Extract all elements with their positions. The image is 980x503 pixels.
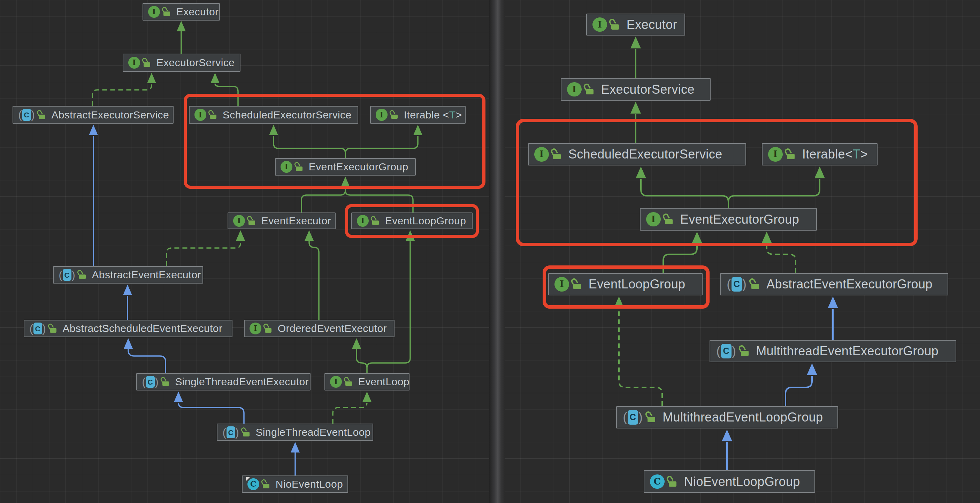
public-lock-icon [611,19,620,30]
node-label: Iterable [404,109,443,121]
public-lock-icon [296,163,303,171]
public-lock-icon [573,279,582,289]
node-iterable-left[interactable]: IIterable <T> [370,106,466,124]
edge-eventexecutor-and-eventloopgroup-to-eventexecutorgroup-left-arrowhead [341,177,350,187]
edge-eventexecutorgroup-to-scheduledexecutorservice-and-iterable-right-arrowhead [815,167,825,178]
edge-multithreadeventloopgroup-to-multithreadeventexecutorgroup-right-arrowhead [807,363,817,375]
public-lock-icon [786,149,795,160]
node-label: AbstractScheduledEventExecutor [62,322,222,335]
node-abstractscheduledeventexecutor-left[interactable]: (C)AbstractScheduledEventExecutor [24,320,232,337]
node-scheduledexecutorservice-left[interactable]: IScheduledExecutorService [189,106,358,124]
public-lock-icon [372,217,380,225]
node-label: SingleThreadEventLoop [255,426,371,438]
public-lock-icon [585,84,594,94]
public-lock-icon [740,346,749,356]
edge-abstracteventexecutor-implements-eventexecutor-left-arrowhead [236,230,245,241]
node-label: NioEventLoop [276,478,343,490]
edge-eventloopgroup-to-eventexecutorgroup-right-arrowhead [692,232,702,243]
node-label: EventExecutor [261,215,331,227]
interface-icon: I [534,147,549,162]
abstract-class-icon: (C) [716,344,737,358]
edge-abstracteventexecutorgroup-implements-eventexecutorgroup-right [767,244,795,273]
edge-abstractexecutorservice-implements-executorservice-left-arrowhead [147,73,156,83]
node-singlethreadeventloop-left[interactable]: (C)SingleThreadEventLoop [217,424,373,441]
node-eventloopgroup-left[interactable]: IEventLoopGroup [351,213,473,229]
class-icon: C [247,478,259,490]
edge-eventexecutorgroup-to-scheduledexecutorservice-and-iterable-left-arrowhead [413,125,422,135]
node-abstracteventexecutorgroup-right[interactable]: (C)AbstractEventExecutorGroup [720,273,948,295]
interface-icon: I [376,109,388,121]
node-multithreadeventloopgroup-right[interactable]: (C)MultithreadEventLoopGroup [616,406,838,428]
public-lock-icon [750,279,759,289]
node-executorservice-right[interactable]: IExecutorService [561,78,711,101]
interface-icon: I [148,6,160,18]
edge-abstracteventexecutorgroup-implements-eventexecutorgroup-right-arrowhead [762,232,772,243]
node-label: EventLoop [358,376,409,388]
node-scheduledexecutorservice-right[interactable]: IScheduledExecutorService [528,143,746,165]
node-nioeventloop-left[interactable]: CNioEventLoop [242,476,348,493]
node-eventexecutor-left[interactable]: IEventExecutor [228,213,336,229]
edge-abstracteventexecutor-implements-eventexecutor-left [167,241,240,266]
edge-abstracteventexecutor-to-abstractexecutorservice-left-arrowhead [89,125,98,135]
interface-icon: I [280,161,293,173]
public-lock-icon [248,217,256,225]
edge-singlethreadeventloop-to-singlethreadeventexecutor-left [178,403,244,424]
abstract-class-icon: (C) [726,277,747,291]
node-executor-right[interactable]: IExecutor [586,14,685,35]
interface-icon: I [194,109,207,121]
node-executorservice-left[interactable]: IExecutorService [123,54,240,72]
edge-eventexecutorgroup-to-scheduledexecutorservice-and-iterable-left [274,136,418,158]
edge-eventloop-to-orderedeventexecutor-and-eventloopgroup-left-arrowhead [352,338,361,349]
public-lock-icon [49,324,57,333]
abstract-class-icon: (C) [222,426,239,438]
public-lock-icon [78,271,86,279]
public-lock-icon [646,413,655,422]
public-lock-icon [163,8,171,16]
edge-abstractscheduledeventexecutor-to-abstracteventexecutor-left-arrowhead [123,285,132,295]
node-label: SingleThreadEventExecutor [175,376,309,388]
node-abstracteventexecutor-left[interactable]: (C)AbstractEventExecutor [53,266,203,284]
node-eventloop-left[interactable]: IEventLoop [325,373,409,390]
edge-eventloop-to-orderedeventexecutor-and-eventloopgroup-left-arrowhead [406,230,415,241]
node-label: Executor [177,6,219,18]
node-label: NioEventLoopGroup [684,474,800,489]
node-iterable-right[interactable]: IIterable<T> [762,143,878,165]
edge-nioeventloopgroup-to-multithreadeventloopgroup-right-arrowhead [722,430,732,441]
edge-singlethreadeventexecutor-to-abstractscheduledeventexecutor-left-arrowhead [124,338,133,349]
panel-divider[interactable] [489,0,504,503]
node-singlethreadeventexecutor-left[interactable]: (C)SingleThreadEventExecutor [136,373,310,390]
abstract-class-icon: (C) [18,109,35,121]
edge-singlethreadeventexecutor-to-abstractscheduledeventexecutor-left [128,349,165,373]
node-eventexecutorgroup-left[interactable]: IEventExecutorGroup [275,158,416,176]
node-label: MultithreadEventLoopGroup [662,410,823,425]
generic-open-bracket: < [845,147,853,162]
node-executor-left[interactable]: IExecutor [143,3,220,21]
public-lock-icon [264,324,272,333]
edge-multithreadeventloopgroup-implements-eventloopgroup-right [619,309,662,406]
public-lock-icon [143,59,151,67]
node-label: OrderedEventExecutor [278,322,387,335]
node-label: EventExecutorGroup [309,161,409,173]
node-label: AbstractEventExecutor [92,269,201,281]
edge-eventexecutorgroup-to-scheduledexecutorservice-and-iterable-right-arrowhead [636,167,646,178]
edge-scheduledexecutorservice-to-executorservice-left-arrowhead [210,73,220,83]
edge-executorservice-to-executor-right-arrowhead [630,36,641,48]
node-label: ExecutorService [156,57,235,68]
node-multithreadeventexecutorgroup-right[interactable]: (C)MultithreadEventExecutorGroup [710,340,956,362]
edge-executorservice-to-executor-left-arrowhead [177,21,186,31]
generic-type-letter: T [853,147,860,162]
public-lock-icon [668,476,677,487]
edge-eventloopgroup-to-eventexecutorgroup-right [663,244,697,273]
generic-close-bracket: > [455,109,462,121]
node-orderedeventexecutor-left[interactable]: IOrderedEventExecutor [244,320,395,337]
interface-icon: I [592,17,607,32]
edge-eventloop-to-orderedeventexecutor-and-eventloopgroup-left [356,241,410,373]
public-lock-icon [210,110,217,119]
node-eventloopgroup-right[interactable]: IEventLoopGroup [548,273,703,295]
interface-icon: I [233,215,245,227]
edge-eventexecutorgroup-to-scheduledexecutorservice-and-iterable-left-arrowhead [269,125,278,135]
node-nioeventloopgroup-right[interactable]: CNioEventLoopGroup [644,470,815,493]
node-abstractexecutorservice-left[interactable]: (C)AbstractExecutorService [13,106,173,124]
node-eventexecutorgroup-right[interactable]: IEventExecutorGroup [640,208,817,231]
node-label: AbstractEventExecutorGroup [766,277,932,292]
